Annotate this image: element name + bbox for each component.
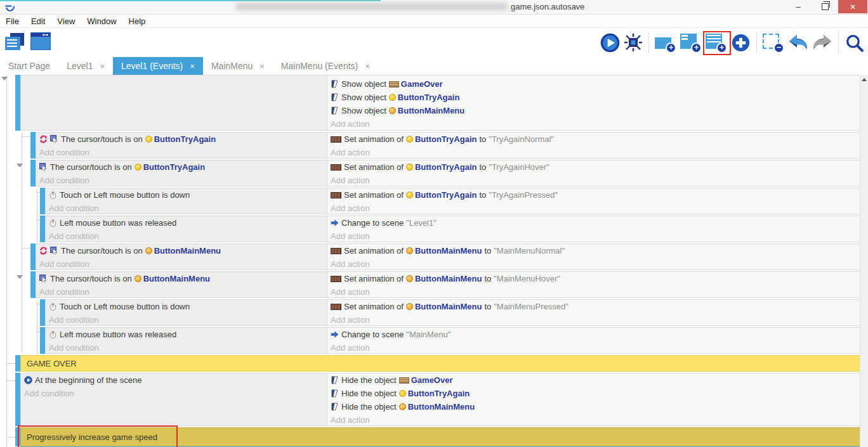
- conditions-cell[interactable]: The cursor/touch is on ButtonMainMenu Ad…: [36, 271, 327, 298]
- add-event-icon[interactable]: [655, 32, 676, 53]
- debug-icon[interactable]: [624, 33, 643, 52]
- condition[interactable]: Left mouse button was released: [46, 328, 327, 341]
- condition[interactable]: At the beginning of the scene: [21, 373, 327, 387]
- tab-close-icon[interactable]: ×: [260, 62, 265, 71]
- event-block[interactable]: The cursor/touch is on ButtonTryAgain Ad…: [30, 132, 860, 159]
- preview-play-icon[interactable]: [600, 33, 620, 53]
- event-block[interactable]: Touch or Left mouse button is down Add c…: [40, 188, 860, 214]
- action[interactable]: Hide the object ButtonTryAgain: [327, 387, 860, 400]
- action[interactable]: Set animation of ButtonMainMenu to "Main…: [327, 300, 860, 313]
- tab-close-icon[interactable]: ×: [190, 62, 195, 71]
- tab-mainmenu-events[interactable]: MainMenu (Events) ×: [273, 57, 378, 75]
- actions-cell[interactable]: Hide the object GameOver Hide the object…: [327, 373, 860, 426]
- add-condition-button[interactable]: Add condition: [36, 285, 327, 298]
- menu-item-view[interactable]: View: [57, 16, 75, 26]
- redo-icon[interactable]: [812, 34, 832, 51]
- vertical-scrollbar[interactable]: [860, 75, 868, 447]
- menu-item-window[interactable]: Window: [87, 16, 116, 26]
- menu-item-help[interactable]: Help: [129, 16, 146, 26]
- tab-close-icon[interactable]: ×: [365, 62, 370, 71]
- add-action-button[interactable]: Add action: [327, 202, 860, 214]
- action[interactable]: Show object GameOver: [327, 77, 860, 91]
- condition[interactable]: Touch or Left mouse button is down: [46, 188, 327, 202]
- action[interactable]: Set animation of ButtonTryAgain to "TryA…: [327, 160, 860, 174]
- add-comment-icon[interactable]: [706, 32, 727, 53]
- actions-cell[interactable]: Set animation of ButtonTryAgain to "TryA…: [327, 132, 860, 159]
- condition[interactable]: The cursor/touch is on ButtonTryAgain: [36, 160, 327, 174]
- event-block[interactable]: The cursor/touch is on ButtonMainMenu Ad…: [30, 243, 860, 270]
- minimize-button[interactable]: –: [785, 0, 812, 13]
- tab-close-icon[interactable]: ×: [100, 62, 105, 71]
- action[interactable]: Set animation of ButtonMainMenu to "Main…: [327, 272, 860, 285]
- scene-editor-window-icon[interactable]: [30, 32, 51, 50]
- condition[interactable]: The cursor/touch is on ButtonTryAgain: [36, 133, 327, 146]
- condition[interactable]: Left mouse button was released: [46, 216, 327, 230]
- add-subevent-icon[interactable]: [680, 32, 702, 53]
- remove-event-icon[interactable]: [763, 32, 784, 53]
- undo-icon[interactable]: [788, 34, 808, 51]
- tab-level1-events[interactable]: Level1 (Events) ×: [113, 57, 203, 75]
- comment-game-over[interactable]: GAME OVER: [15, 355, 860, 372]
- add-new-icon[interactable]: [731, 33, 751, 53]
- add-action-button[interactable]: Add action: [327, 341, 860, 354]
- add-condition-button[interactable]: Add condition: [46, 313, 327, 326]
- condition[interactable]: Touch or Left mouse button is down: [46, 300, 327, 313]
- menu-item-edit[interactable]: Edit: [31, 16, 45, 26]
- event-block[interactable]: Left mouse button was released Add condi…: [40, 327, 860, 354]
- conditions-cell[interactable]: The cursor/touch is on ButtonTryAgain Ad…: [36, 160, 327, 186]
- event-block[interactable]: The cursor/touch is on ButtonMainMenu Ad…: [30, 271, 860, 298]
- actions-cell[interactable]: Set animation of ButtonMainMenu to "Main…: [327, 271, 860, 298]
- event-block[interactable]: Left mouse button was released Add condi…: [40, 216, 860, 242]
- event-block[interactable]: Show object GameOver Show object ButtonT…: [15, 75, 860, 131]
- scroll-up-icon[interactable]: [862, 78, 867, 81]
- close-button[interactable]: ✕: [838, 0, 867, 13]
- add-action-button[interactable]: Add action: [327, 313, 860, 326]
- add-condition-button[interactable]: Add condition: [46, 202, 327, 214]
- tab-level1[interactable]: Level1 ×: [58, 57, 113, 75]
- action[interactable]: Hide the object GameOver: [327, 373, 860, 387]
- action[interactable]: Hide the object ButtonMainMenu: [327, 400, 860, 413]
- conditions-cell[interactable]: Touch or Left mouse button is down Add c…: [45, 299, 327, 326]
- condition[interactable]: The cursor/touch is on ButtonMainMenu: [36, 272, 327, 285]
- add-condition-button[interactable]: Add condition: [36, 257, 327, 270]
- add-condition-button[interactable]: Add condition: [36, 146, 327, 159]
- tab-mainmenu[interactable]: MainMenu ×: [203, 57, 273, 75]
- conditions-cell[interactable]: [20, 75, 327, 131]
- tab-start-page[interactable]: Start Page: [0, 57, 58, 75]
- action[interactable]: Set animation of ButtonTryAgain to "TryA…: [327, 133, 860, 146]
- add-action-button[interactable]: Add action: [327, 413, 860, 426]
- actions-cell[interactable]: Set animation of ButtonTryAgain to "TryA…: [327, 160, 860, 186]
- actions-cell[interactable]: Change to scene "MainMenu" Add action: [327, 327, 860, 354]
- add-action-button[interactable]: Add action: [327, 117, 860, 131]
- add-action-button[interactable]: Add action: [327, 146, 860, 159]
- conditions-cell[interactable]: The cursor/touch is on ButtonTryAgain Ad…: [36, 132, 327, 159]
- add-condition-button[interactable]: Add condition: [46, 230, 327, 242]
- actions-cell[interactable]: Set animation of ButtonTryAgain to "TryA…: [327, 188, 860, 214]
- action[interactable]: Set animation of ButtonMainMenu to "Main…: [327, 244, 860, 257]
- add-action-button[interactable]: Add action: [327, 174, 860, 186]
- action[interactable]: Change to scene "MainMenu": [327, 328, 860, 341]
- event-block[interactable]: Touch or Left mouse button is down Add c…: [40, 299, 860, 326]
- menu-item-file[interactable]: File: [6, 16, 19, 26]
- search-icon[interactable]: [845, 33, 864, 53]
- conditions-cell[interactable]: The cursor/touch is on ButtonMainMenu Ad…: [36, 243, 327, 270]
- add-action-button[interactable]: Add action: [327, 257, 860, 270]
- conditions-cell[interactable]: Left mouse button was released Add condi…: [45, 216, 327, 242]
- action[interactable]: Change to scene "Level1": [327, 216, 860, 230]
- comment-game-speed[interactable]: Progressively increase game speed: [15, 427, 860, 446]
- conditions-cell[interactable]: Touch or Left mouse button is down Add c…: [45, 188, 327, 214]
- add-condition-button[interactable]: Add condition: [46, 341, 327, 354]
- event-block[interactable]: At the beginning of the scene Add condit…: [15, 373, 860, 426]
- conditions-cell[interactable]: At the beginning of the scene Add condit…: [20, 373, 327, 426]
- add-action-button[interactable]: Add action: [327, 285, 860, 298]
- add-action-button[interactable]: Add action: [327, 230, 860, 242]
- restore-button[interactable]: [812, 0, 838, 13]
- actions-cell[interactable]: Show object GameOver Show object ButtonT…: [327, 75, 860, 131]
- add-condition-button[interactable]: Add condition: [21, 387, 327, 400]
- action[interactable]: Show object ButtonTryAgain: [327, 91, 860, 104]
- actions-cell[interactable]: Set animation of ButtonMainMenu to "Main…: [327, 243, 860, 270]
- action[interactable]: Show object ButtonMainMenu: [327, 104, 860, 117]
- actions-cell[interactable]: Set animation of ButtonMainMenu to "Main…: [327, 299, 860, 326]
- event-block[interactable]: The cursor/touch is on ButtonTryAgain Ad…: [30, 160, 860, 186]
- actions-cell[interactable]: Change to scene "Level1" Add action: [327, 216, 860, 242]
